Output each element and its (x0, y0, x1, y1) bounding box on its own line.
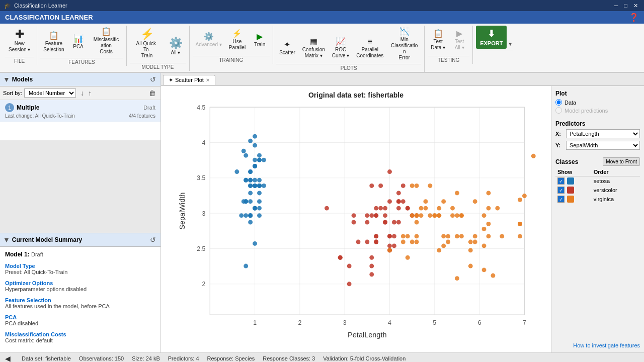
ribbon-export-label (476, 50, 513, 58)
x-predictor-select[interactable]: PetalLength SepalWidth SepalLength Petal… (566, 129, 640, 138)
svg-point-180 (455, 213, 459, 218)
right-area: ✦ Scatter Plot ✕ Original data set: fish… (161, 73, 644, 352)
svg-point-79 (248, 191, 253, 195)
sort-desc-button[interactable]: ↑ (87, 88, 93, 98)
min-class-error-button[interactable]: 📉 Min ClassificationError (387, 26, 421, 63)
ribbon-collapse-btn[interactable]: ▼ (508, 41, 513, 47)
svg-point-150 (410, 240, 415, 244)
investigate-features-link[interactable]: How to investigate features (555, 342, 640, 348)
confusion-matrix-button[interactable]: ▦ ConfusionMatrix ▾ (299, 34, 328, 63)
svg-point-160 (428, 184, 432, 188)
summary-collapse[interactable]: ▼ (3, 236, 10, 244)
close-button[interactable]: ✕ (631, 3, 640, 9)
ribbon-training-label: TRAINING (193, 56, 270, 64)
model-predictions-radio-row: Model predictions (555, 107, 640, 114)
misclassification-costs-button[interactable]: 📋 MisclassificationCosts (90, 26, 123, 57)
move-to-front-button[interactable]: Move to Front (603, 157, 640, 166)
model-item[interactable]: 1 Multiple Draft Last change: All Quick-… (0, 100, 160, 122)
svg-point-71 (244, 264, 248, 268)
data-radio[interactable] (555, 99, 562, 106)
svg-point-144 (410, 213, 415, 218)
svg-point-166 (410, 184, 415, 188)
svg-text:4.5: 4.5 (197, 104, 205, 111)
ribbon-group-export: ⬇ EXPORT ▼ (473, 26, 516, 58)
svg-point-95 (352, 220, 356, 225)
svg-point-128 (378, 184, 383, 188)
train-button[interactable]: ▶ Train (250, 26, 270, 55)
svg-text:3.5: 3.5 (197, 174, 205, 182)
pca-summary-value: PCA disabled (5, 320, 155, 326)
export-button[interactable]: ⬇ EXPORT (476, 26, 507, 49)
svg-point-163 (450, 206, 455, 211)
models-collapse[interactable]: ▼ (3, 75, 10, 83)
new-session-icon: ✚ (15, 29, 24, 40)
svg-point-193 (500, 234, 504, 238)
model-avatar: 1 (5, 103, 14, 112)
delete-model-button[interactable]: 🗑 (147, 88, 157, 98)
svg-point-179 (473, 199, 477, 204)
use-parallel-button[interactable]: ⚡ UseParallel (226, 26, 249, 55)
model-features: 4/4 features (129, 113, 155, 119)
svg-text:5: 5 (433, 319, 436, 326)
feature-selection-button[interactable]: 📋 FeatureSelection (40, 28, 67, 57)
roc-curve-icon: 📈 (336, 38, 346, 46)
svg-point-157 (401, 234, 406, 238)
model-type-link[interactable]: Model Type (5, 263, 155, 269)
use-parallel-icon: ⚡ (232, 30, 242, 38)
summary-header: ▼ Current Model Summary ↺ (0, 233, 160, 247)
svg-point-185 (522, 194, 527, 198)
svg-point-47 (248, 178, 253, 183)
virginica-checkbox[interactable]: ✓ (557, 196, 565, 203)
misclass-link[interactable]: Misclassification Costs (5, 331, 155, 337)
svg-point-186 (486, 234, 491, 238)
status-nav[interactable]: ◀ (5, 354, 11, 363)
y-predictor-select[interactable]: SepalWidth PetalLength SepalLength Petal… (566, 141, 640, 150)
scatter-button[interactable]: ✦ Scatter (276, 34, 298, 63)
ribbon-group-training: ⚙️ Advanced ▾ ⚡ UseParallel ▶ Train TRAI… (190, 26, 274, 64)
new-session-button[interactable]: ✚ NewSession ▾ (5, 26, 34, 56)
setosa-checkbox[interactable]: ✓ (557, 177, 565, 185)
svg-point-111 (356, 240, 361, 244)
ribbon-file-label: FILE (5, 57, 34, 65)
minimize-button[interactable]: ─ (612, 3, 620, 9)
model-name: Multiple (17, 104, 39, 111)
help-icon[interactable]: ❓ (629, 13, 639, 22)
optimizer-link[interactable]: Optimizer Options (5, 280, 155, 286)
tab-scatter-plot[interactable]: ✦ Scatter Plot ✕ (163, 75, 215, 85)
sort-select[interactable]: Model Number Accuracy Name (24, 88, 76, 98)
model-predictions-radio[interactable] (555, 107, 562, 114)
svg-point-167 (419, 206, 424, 211)
advanced-button[interactable]: ⚙️ Advanced ▾ (193, 26, 225, 55)
svg-point-52 (234, 169, 239, 174)
summary-content: Model 1: Draft Model Type Preset: All Qu… (0, 247, 160, 352)
all-quick-to-train-button[interactable]: ⚡ All Quick-To-Train (130, 26, 165, 62)
virginica-label: virginica (592, 195, 640, 204)
test-data-button[interactable]: 📋 TestData ▾ (428, 26, 448, 55)
pca-link[interactable]: PCA (5, 314, 155, 320)
svg-point-117 (396, 199, 401, 204)
maximize-button[interactable]: □ (622, 3, 629, 9)
versicolor-checkbox[interactable]: ✓ (557, 187, 565, 194)
svg-text:SepalWidth: SepalWidth (178, 193, 186, 230)
sort-asc-button[interactable]: ↓ (79, 88, 86, 98)
svg-point-80 (253, 241, 257, 246)
all-quick-icon: ⚡ (140, 29, 154, 40)
test-data-icon: 📋 (433, 30, 443, 38)
roc-curve-button[interactable]: 📈 ROCCurve ▾ (329, 34, 352, 63)
right-panel: Plot Data Model predictions Predictors X… (551, 86, 644, 352)
svg-point-192 (491, 274, 495, 278)
pca-icon: 📊 (73, 35, 84, 43)
tab-close-button[interactable]: ✕ (206, 77, 210, 83)
test-all-button[interactable]: ▶ TestAll ▾ (449, 26, 469, 55)
svg-point-158 (401, 240, 406, 244)
all-button[interactable]: ⚙️ All ▾ (166, 32, 186, 62)
data-radio-row: Data (555, 99, 640, 106)
models-refresh-icon[interactable]: ↺ (148, 75, 157, 84)
svg-point-106 (383, 206, 387, 211)
feature-selection-link[interactable]: Feature Selection (5, 297, 155, 303)
svg-point-70 (244, 178, 248, 183)
parallel-coordinates-button[interactable]: ≡ ParallelCoordinates (353, 34, 386, 63)
summary-refresh-icon[interactable]: ↺ (148, 235, 157, 244)
svg-point-110 (347, 264, 352, 268)
pca-button[interactable]: 📊 PCA (68, 28, 89, 57)
